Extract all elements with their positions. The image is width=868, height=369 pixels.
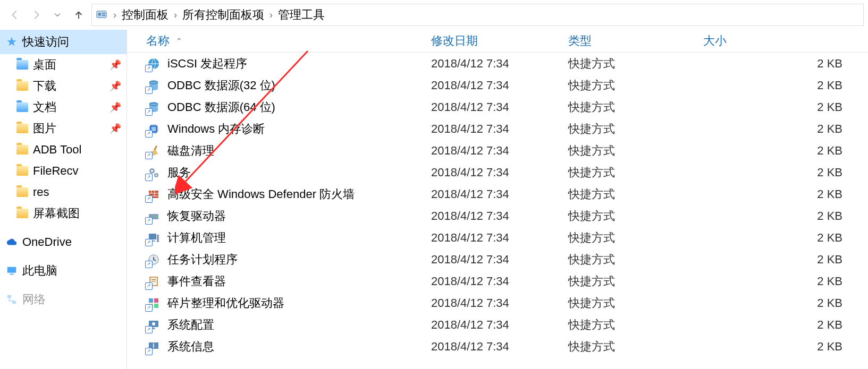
explorer-window: › 控制面板 › 所有控制面板项 › 管理工具 快速访问 桌面 📌 下载 📌 文… [0, 0, 868, 369]
file-name: 事件查看器 [167, 273, 226, 289]
file-name: 碎片整理和优化驱动器 [167, 295, 284, 311]
svg-rect-2 [102, 13, 105, 14]
file-row[interactable]: ↗ 碎片整理和优化驱动器 2018/4/12 7:34 快捷方式 2 KB [127, 292, 868, 314]
file-row[interactable]: ↗ 系统配置 2018/4/12 7:34 快捷方式 2 KB [127, 314, 868, 336]
breadcrumb[interactable]: 所有控制面板项 [182, 7, 264, 23]
file-name: ODBC 数据源(32 位) [167, 78, 275, 93]
file-row[interactable]: ↗ 事件查看器 2018/4/12 7:34 快捷方式 2 KB [127, 270, 868, 292]
back-button[interactable] [4, 4, 26, 25]
svg-point-36 [152, 322, 155, 325]
cell-name: ↗ 碎片整理和优化驱动器 [146, 295, 431, 311]
column-headers: 名称 ⌃ 修改日期 类型 大小 [127, 30, 868, 53]
svg-rect-4 [7, 267, 16, 273]
file-row[interactable]: ↗ 任务计划程序 2018/4/12 7:34 快捷方式 2 KB [127, 248, 868, 270]
forward-button[interactable] [26, 4, 47, 25]
nav-pinned-item[interactable]: 桌面 📌 [0, 54, 127, 75]
file-row[interactable]: ↗ iSCSI 发起程序 2018/4/12 7:34 快捷方式 2 KB [127, 53, 868, 74]
quick-access[interactable]: 快速访问 [0, 30, 127, 54]
file-name: ODBC 数据源(64 位) [167, 99, 275, 115]
cell-date: 2018/4/12 7:34 [431, 296, 568, 310]
cell-type: 快捷方式 [568, 186, 703, 202]
nav-recent-item[interactable]: 屏幕截图 [0, 203, 127, 224]
nav-pinned-item[interactable]: 下载 📌 [0, 75, 127, 97]
pin-icon: 📌 [109, 80, 121, 92]
cell-name: ↗ 磁盘清理 [146, 143, 431, 159]
cell-name: ↗ Windows 内存诊断 [146, 121, 431, 137]
cell-type: 快捷方式 [568, 339, 703, 355]
file-rows: ↗ iSCSI 发起程序 2018/4/12 7:34 快捷方式 2 KB ↗ … [127, 53, 868, 369]
cell-size: 2 KB [703, 122, 868, 136]
cell-date: 2018/4/12 7:34 [431, 166, 568, 179]
address-box[interactable]: › 控制面板 › 所有控制面板项 › 管理工具 [91, 4, 864, 26]
cell-name: ↗ 服务 [146, 165, 431, 181]
file-row[interactable]: ↗ ODBC 数据源(64 位) 2018/4/12 7:34 快捷方式 2 K… [127, 96, 868, 118]
cell-date: 2018/4/12 7:34 [431, 253, 568, 267]
address-bar: › 控制面板 › 所有控制面板项 › 管理工具 [0, 0, 868, 30]
cell-date: 2018/4/12 7:34 [431, 100, 568, 114]
file-row[interactable]: ↗ 高级安全 Windows Defender 防火墙 2018/4/12 7:… [127, 183, 868, 205]
cell-size: 2 KB [703, 187, 868, 201]
cell-name: i↗ 系统信息 [146, 339, 431, 355]
file-name: 系统配置 [167, 317, 214, 333]
cell-size: 2 KB [703, 166, 868, 179]
cell-size: 2 KB [703, 318, 868, 332]
cell-date: 2018/4/12 7:34 [431, 57, 568, 71]
cell-date: 2018/4/12 7:34 [431, 79, 568, 92]
cell-size: 2 KB [703, 340, 868, 354]
cell-size: 2 KB [703, 57, 868, 71]
nav-recent-item[interactable]: FileRecv [0, 160, 127, 182]
nav-label: 文档 [33, 99, 56, 115]
svg-rect-24 [157, 235, 159, 242]
recent-locations-button[interactable] [47, 4, 68, 25]
cell-type: 快捷方式 [568, 273, 703, 289]
arrow-left-icon [9, 9, 21, 21]
breadcrumb[interactable]: 控制面板 [122, 7, 168, 23]
file-list: 名称 ⌃ 修改日期 类型 大小 ↗ iSCSI 发起程序 2018/4/12 7… [127, 30, 868, 369]
network[interactable]: 网络 [0, 289, 127, 310]
db-icon: ↗ [146, 100, 161, 115]
folder-icon [16, 165, 29, 177]
column-date[interactable]: 修改日期 [431, 33, 568, 49]
up-button[interactable] [68, 4, 89, 25]
cell-type: 快捷方式 [568, 317, 703, 333]
file-row[interactable]: ↗ Windows 内存诊断 2018/4/12 7:34 快捷方式 2 KB [127, 118, 868, 140]
cell-date: 2018/4/12 7:34 [431, 231, 568, 245]
chip-icon: ↗ [146, 122, 161, 136]
file-name: 恢复驱动器 [167, 208, 226, 224]
onedrive[interactable]: OneDrive [0, 231, 127, 253]
file-row[interactable]: ↗ 计算机管理 2018/4/12 7:34 快捷方式 2 KB [127, 227, 868, 248]
svg-point-1 [98, 13, 102, 15]
pc-icon [5, 264, 18, 277]
file-row[interactable]: ↗ 恢复驱动器 2018/4/12 7:34 快捷方式 2 KB [127, 205, 868, 227]
folder-icon [16, 122, 29, 135]
column-size[interactable]: 大小 [703, 33, 868, 49]
file-row[interactable]: ↗ ODBC 数据源(32 位) 2018/4/12 7:34 快捷方式 2 K… [127, 74, 868, 96]
nav-label: ADB Tool [33, 143, 81, 157]
breadcrumb[interactable]: 管理工具 [278, 7, 325, 23]
svg-rect-29 [151, 279, 156, 280]
chevron-right-icon: › [267, 10, 275, 21]
nav-recent-item[interactable]: res [0, 182, 127, 203]
column-name[interactable]: 名称 ⌃ [146, 33, 431, 49]
file-row[interactable]: ↗ 磁盘清理 2018/4/12 7:34 快捷方式 2 KB [127, 140, 868, 161]
nav-label: 下载 [33, 78, 56, 94]
svg-rect-6 [7, 295, 11, 298]
file-row[interactable]: i↗ 系统信息 2018/4/12 7:34 快捷方式 2 KB [127, 336, 868, 357]
cell-name: ↗ 任务计划程序 [146, 252, 431, 268]
network-icon [5, 293, 18, 306]
nav-pinned-item[interactable]: 图片 📌 [0, 118, 127, 139]
chevron-right-icon: › [172, 10, 179, 21]
file-name: 计算机管理 [167, 230, 226, 246]
cell-type: 快捷方式 [568, 295, 703, 311]
column-type[interactable]: 类型 [568, 33, 703, 49]
navigation-pane: 快速访问 桌面 📌 下载 📌 文档 📌 图片 📌 ADB Tool FileRe… [0, 30, 127, 369]
nav-label: 快速访问 [22, 34, 69, 50]
cell-size: 2 KB [703, 274, 868, 288]
nav-recent-item[interactable]: ADB Tool [0, 139, 127, 160]
wall-icon: ↗ [146, 187, 161, 202]
column-label: 名称 [146, 33, 170, 49]
file-row[interactable]: ↗ 服务 2018/4/12 7:34 快捷方式 2 KB [127, 161, 868, 183]
nav-pinned-item[interactable]: 文档 📌 [0, 97, 127, 118]
this-pc[interactable]: 此电脑 [0, 260, 127, 281]
cell-size: 2 KB [703, 209, 868, 223]
